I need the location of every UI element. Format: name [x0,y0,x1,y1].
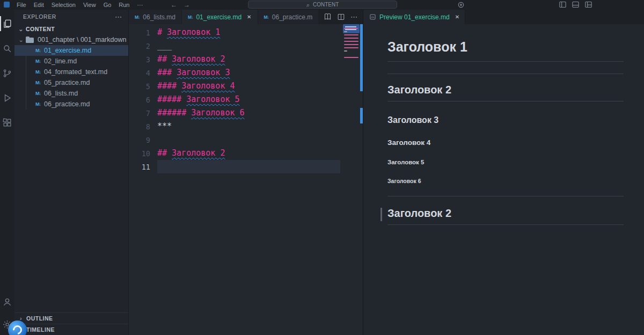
source-control-activity-icon[interactable] [0,62,14,84]
heading-text-token: Заголовок 1 [167,27,220,37]
file-name: 02_line.md [44,57,77,65]
markdown-file-icon: M↓ [35,101,41,107]
code-lines: 1# Заголовок 12___3## Заголовок 24### За… [129,26,340,173]
minimap-line [344,41,358,42]
menu-item-go[interactable]: Go [100,0,115,10]
more-actions-icon[interactable]: ⋯ [115,13,122,21]
workbench: EXPLORER ⋯ ⌄ CONTENT ⌄ 001_chapter \ 001… [0,10,644,335]
command-center[interactable]: ⌕ CONTENT [248,1,397,9]
code-line-8[interactable]: 8*** [129,120,340,133]
preview-h2: Заголовок 2 [387,207,624,225]
editor-tab-01-exercise-md[interactable]: M↓01_exercise.md✕ [182,10,258,24]
menu-bar: FileEditSelectionViewGoRun⋯ [13,0,147,10]
close-icon[interactable]: ✕ [247,14,251,20]
menu-item-selection[interactable]: Selection [48,0,79,10]
file-item-06-lists-md[interactable]: M↓06_lists.md [14,88,128,99]
code-line-1[interactable]: 1# Заголовок 1 [129,26,340,39]
code-content: ##### Заголовок 5 [157,93,340,106]
sidebar-title: EXPLORER [23,13,56,20]
menu-item-edit[interactable]: Edit [30,0,48,10]
close-icon[interactable]: ✕ [455,14,459,20]
titlebar-extra-icon[interactable] [457,1,465,9]
code-line-10[interactable]: 10## Заголовок 2 [129,147,340,160]
file-item-05-practice-md[interactable]: M↓05_practice.md [14,77,128,88]
more-actions-icon[interactable]: ⋯ [350,13,357,21]
preview-h6: Заголовок 6 [387,178,624,184]
folder-name: 001_chapter \ 001_markdown [38,36,126,43]
editor-tab-actions: ⋯ [318,10,363,24]
code-content: # Заголовок 1 [157,26,340,39]
line-number: 6 [129,96,150,104]
back-icon[interactable]: ← [171,1,177,9]
layout-controls [559,1,592,9]
menu-item-[interactable]: ⋯ [134,0,147,10]
markdown-file-icon: M↓ [35,59,41,64]
code-line-7[interactable]: 7###### Заголовок 6 [129,106,340,120]
toggle-sidebar-icon[interactable] [559,1,567,9]
file-item-01-exercise-md[interactable]: M↓01_exercise.md [14,45,128,56]
markdown-file-icon: M↓ [35,48,41,53]
section-timeline[interactable]: ›TIMELINE [14,324,128,335]
minimap-line [344,31,347,32]
section-outline[interactable]: ›OUTLINE [14,312,128,324]
split-editor-icon[interactable] [337,13,345,21]
tab-label: 06_practice.m [272,13,312,21]
code-content: ### Заголовок 3 [157,66,340,79]
code-line-2[interactable]: 2___ [129,39,340,53]
section-label: CONTENT [26,26,55,32]
open-changes-icon[interactable] [324,13,332,21]
forward-icon[interactable]: → [184,1,190,9]
file-name: 05_practice.md [44,79,90,86]
line-number: 9 [129,136,150,144]
file-item-02-line-md[interactable]: M↓02_line.md [14,56,128,67]
line-number: 2 [129,42,150,50]
folder-icon [26,37,34,43]
menu-item-file[interactable]: File [13,0,30,10]
code-line-3[interactable]: 3## Заголовок 2 [129,53,340,66]
folder-item[interactable]: ⌄ 001_chapter \ 001_markdown [14,34,128,45]
menu-item-run[interactable]: Run [115,0,133,10]
file-name: 06_lists.md [44,90,78,97]
menu-item-view[interactable]: View [79,0,100,10]
search-activity-icon[interactable] [0,38,14,59]
editor-tab-06-lists-md[interactable]: M↓06_lists.md [129,10,182,24]
content-section-header[interactable]: ⌄ CONTENT [14,24,128,34]
accounts-icon[interactable] [0,291,14,312]
code-editor[interactable]: 1# Заголовок 12___3## Заголовок 24### За… [129,24,363,335]
overview-ruler [360,24,363,335]
code-line-4[interactable]: 4### Заголовок 3 [129,66,340,79]
editor-group: M↓06_lists.mdM↓01_exercise.md✕M↓06_pract… [129,10,363,335]
run-debug-activity-icon[interactable] [0,87,14,108]
heading-text-token: Заголовок 6 [191,108,244,118]
editor-tab-bar: M↓06_lists.mdM↓01_exercise.md✕M↓06_pract… [129,10,363,24]
preview-tab[interactable]: Preview 01_exercise.md ✕ [363,10,465,24]
code-content: ###### Заголовок 6 [157,106,340,120]
minimap-line [344,57,358,58]
editor-tab-06-practice-m[interactable]: M↓06_practice.m [258,10,319,24]
title-bar: FileEditSelectionViewGoRun⋯ ← → ⌕ CONTEN… [0,0,644,10]
markdown-file-icon: M↓ [188,14,193,20]
minimap[interactable] [343,24,360,105]
preview-tab-bar: Preview 01_exercise.md ✕ [363,10,644,24]
code-line-6[interactable]: 6##### Заголовок 5 [129,93,340,106]
file-item-04-formated-text-md[interactable]: M↓04_formated_text.md [14,67,128,77]
customize-layout-icon[interactable] [584,1,592,9]
toggle-panel-icon[interactable] [572,1,580,9]
extensions-activity-icon[interactable] [0,112,14,133]
heading-marker-token: # [157,27,167,37]
code-line-5[interactable]: 5#### Заголовок 4 [129,79,340,93]
code-line-9[interactable]: 9 [129,133,340,147]
heading-marker-token: ## [157,148,172,158]
explorer-activity-icon[interactable] [0,13,14,34]
line-number: 11 [129,163,150,171]
minimap-line [344,47,358,48]
file-name: 06_practice.md [44,100,90,108]
heading-marker-token: ## [157,54,172,64]
file-tree-files: M↓01_exercise.mdM↓02_line.mdM↓04_formate… [14,45,128,110]
file-item-06-practice-md[interactable]: M↓06_practice.md [14,99,128,110]
code-content: ## Заголовок 2 [157,53,340,66]
code-line-11[interactable]: 11 [129,160,340,173]
file-name: 01_exercise.md [44,47,91,54]
preview-h1: Заголовок 1 [387,39,624,62]
heading-marker-token: ##### [157,94,186,104]
